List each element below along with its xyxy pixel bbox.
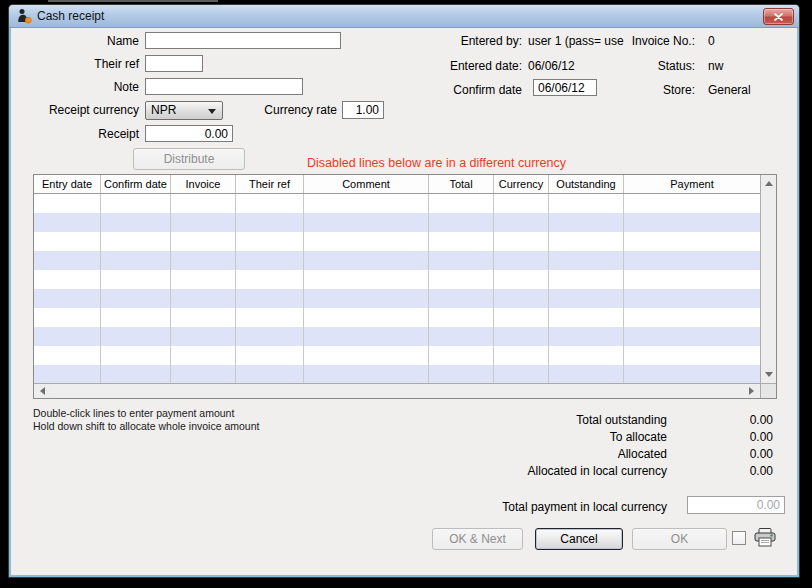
arrow-right-icon xyxy=(749,387,754,395)
table-row[interactable] xyxy=(34,327,760,346)
scroll-right-button[interactable] xyxy=(744,384,759,398)
note-input[interactable] xyxy=(145,78,303,95)
invoice-no-value: 0 xyxy=(708,34,715,48)
cash-receipt-icon xyxy=(16,8,32,24)
table-row[interactable] xyxy=(34,213,760,232)
table-cell xyxy=(494,365,549,383)
receipt-input[interactable] xyxy=(145,125,233,142)
to-allocate-value: 0.00 xyxy=(663,430,773,444)
scroll-left-button[interactable] xyxy=(35,384,50,398)
table-row[interactable] xyxy=(34,232,760,251)
scroll-up-button[interactable] xyxy=(761,176,776,191)
column-header-outstanding[interactable]: Outstanding xyxy=(549,175,624,193)
table-cell xyxy=(304,365,429,383)
distribute-button[interactable]: Distribute xyxy=(133,148,245,170)
background-window-fragment xyxy=(48,0,218,2)
ok-button[interactable]: OK xyxy=(632,528,727,550)
table-row[interactable] xyxy=(34,308,760,327)
arrow-down-icon xyxy=(765,372,773,377)
column-header-currency[interactable]: Currency xyxy=(494,175,549,193)
store-value: General xyxy=(708,83,751,97)
close-button[interactable] xyxy=(763,8,794,25)
table-cell xyxy=(429,194,494,213)
table-cell xyxy=(101,327,171,346)
arrow-up-icon xyxy=(765,181,773,186)
title-bar[interactable]: Cash receipt xyxy=(9,5,799,28)
ok-next-button[interactable]: OK & Next xyxy=(432,528,523,550)
table-cell xyxy=(624,365,760,383)
table-cell xyxy=(101,251,171,270)
table-row[interactable] xyxy=(34,289,760,308)
table-cell xyxy=(549,346,624,365)
table-cell xyxy=(236,365,304,383)
table-cell xyxy=(101,213,171,232)
entered-by-label: Entered by: xyxy=(412,34,522,48)
name-input[interactable] xyxy=(145,32,341,49)
hint-shift-allocate: Hold down shift to allocate whole invoic… xyxy=(33,420,259,433)
column-header-comment[interactable]: Comment xyxy=(304,175,429,193)
table-cell xyxy=(34,327,101,346)
column-header-total[interactable]: Total xyxy=(429,175,494,193)
table-cell xyxy=(429,308,494,327)
to-allocate-label: To allocate xyxy=(367,430,667,444)
table-row[interactable] xyxy=(34,346,760,365)
table-cell xyxy=(494,327,549,346)
note-label: Note xyxy=(29,80,139,94)
column-header-confirm-date[interactable]: Confirm date xyxy=(101,175,171,193)
table-row[interactable] xyxy=(34,365,760,383)
table-cell xyxy=(101,308,171,327)
table-cell xyxy=(236,232,304,251)
allocated-local-value: 0.00 xyxy=(663,464,773,478)
table-cell xyxy=(236,327,304,346)
their-ref-input[interactable] xyxy=(145,55,203,72)
cancel-button[interactable]: Cancel xyxy=(535,528,623,550)
table-cell xyxy=(549,251,624,270)
total-outstanding-value: 0.00 xyxy=(663,413,773,427)
total-outstanding-label: Total outstanding xyxy=(367,413,667,427)
table-cell xyxy=(304,213,429,232)
table-cell xyxy=(236,194,304,213)
table-cell xyxy=(34,346,101,365)
table-row[interactable] xyxy=(34,251,760,270)
table-cell xyxy=(624,194,760,213)
table-cell xyxy=(171,194,236,213)
table-cell xyxy=(494,232,549,251)
table-cell xyxy=(549,327,624,346)
table-cell xyxy=(101,346,171,365)
printer-icon[interactable] xyxy=(753,527,777,548)
allocated-value: 0.00 xyxy=(663,447,773,461)
table-cell xyxy=(171,365,236,383)
column-header-invoice[interactable]: Invoice xyxy=(171,175,236,193)
table-cell xyxy=(236,270,304,289)
table-cell xyxy=(494,270,549,289)
scroll-down-button[interactable] xyxy=(761,367,776,382)
table-cell xyxy=(236,308,304,327)
table-cell xyxy=(624,232,760,251)
table-cell xyxy=(304,232,429,251)
column-header-payment[interactable]: Payment xyxy=(624,175,760,193)
column-header-their-ref[interactable]: Their ref xyxy=(236,175,304,193)
table-cell xyxy=(171,213,236,232)
print-checkbox[interactable] xyxy=(732,531,746,545)
arrow-left-icon xyxy=(40,387,45,395)
table-cell xyxy=(171,308,236,327)
table-cell xyxy=(494,308,549,327)
table-row[interactable] xyxy=(34,270,760,289)
window-title: Cash receipt xyxy=(37,5,104,28)
table-cell xyxy=(624,289,760,308)
table-cell xyxy=(236,289,304,308)
currency-rate-input[interactable] xyxy=(342,101,384,119)
table-cell xyxy=(171,251,236,270)
column-header-entry-date[interactable]: Entry date xyxy=(34,175,101,193)
total-payment-input[interactable] xyxy=(687,496,785,514)
vertical-scrollbar[interactable] xyxy=(760,175,776,383)
table-cell xyxy=(494,251,549,270)
table-cell xyxy=(494,289,549,308)
table-cell xyxy=(624,327,760,346)
status-value: nw xyxy=(708,59,723,73)
table-cell xyxy=(494,213,549,232)
horizontal-scrollbar[interactable] xyxy=(34,383,760,398)
receipt-currency-select[interactable]: NPR xyxy=(145,101,223,120)
table-row[interactable] xyxy=(34,194,760,213)
table-cell xyxy=(549,308,624,327)
